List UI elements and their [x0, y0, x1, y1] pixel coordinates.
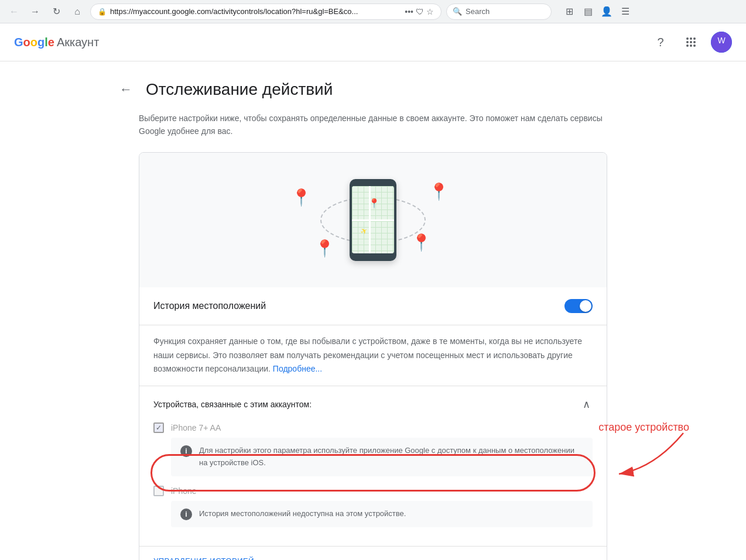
- lock-icon: 🔒: [98, 8, 107, 16]
- svg-point-2: [693, 37, 696, 40]
- more-link[interactable]: Подробнее...: [273, 364, 322, 373]
- devices-title: Устройства, связанные с этим аккаунтом:: [153, 400, 312, 409]
- phone-screen: 📍 ✈: [352, 186, 394, 253]
- device-checkbox-1[interactable]: [153, 422, 164, 433]
- toggle-switch[interactable]: [564, 299, 593, 313]
- google-g-letter: Google: [14, 36, 54, 49]
- info-text-2: История местоположений недоступна на это…: [199, 508, 406, 520]
- svg-point-5: [693, 41, 696, 43]
- info-box-1: i Для настройки этого параметра использу…: [171, 438, 593, 476]
- description-text: Функция сохраняет данные о том, где вы п…: [139, 325, 607, 386]
- address-bar-icons: ••• 🛡 ☆: [405, 7, 434, 16]
- page-wrapper: Google Аккаунт ? W ←: [0, 23, 746, 560]
- device-row-2: iPhone: [153, 486, 593, 496]
- phone-road-horizontal: [352, 219, 394, 221]
- svg-text:W: W: [717, 36, 726, 45]
- google-logo: Google Аккаунт: [14, 36, 99, 49]
- illustration-area: 📍 📍 📍 📍 📍: [139, 153, 607, 287]
- device-item-2: iPhone i История местоположений недоступ…: [153, 486, 593, 527]
- location-history-title: История местоположений: [153, 301, 266, 311]
- main-content: ← Отслеживание действий Выберите настрой…: [92, 61, 654, 560]
- main-card: 📍 📍 📍 📍 📍: [139, 152, 607, 560]
- svg-point-1: [690, 37, 692, 40]
- card-wrapper: 📍 📍 📍 📍 📍: [139, 152, 607, 560]
- help-button[interactable]: ?: [650, 32, 671, 53]
- phone-location-pin: 📍: [368, 198, 380, 209]
- profile-button[interactable]: 👤: [598, 4, 615, 20]
- phone-illustration: 📍 ✈: [350, 179, 396, 261]
- annotation-arrow: [596, 410, 713, 492]
- menu-button[interactable]: ☰: [617, 4, 634, 20]
- browser-chrome: ← → ↻ ⌂ 🔒 https://myaccount.google.com/a…: [0, 0, 746, 23]
- device-name-2: iPhone: [171, 486, 197, 496]
- annotation-label: старое устройство: [598, 421, 689, 434]
- info-text-1: Для настройки этого параметра используйт…: [199, 445, 583, 469]
- browser-right-icons: ⊞ ▤ 👤 ☰: [561, 4, 634, 20]
- svg-point-7: [690, 44, 692, 47]
- phone-container: 📍 📍 📍 📍 📍: [279, 170, 467, 270]
- manage-history-link[interactable]: УПРАВЛЕНИЕ ИСТОРИЕЙ: [153, 556, 254, 560]
- url-text: https://myaccount.google.com/activitycon…: [110, 7, 401, 16]
- devices-section: Устройства, связанные с этим аккаунтом: …: [139, 386, 607, 546]
- search-bar[interactable]: 🔍 Search: [446, 4, 552, 20]
- svg-point-6: [686, 44, 689, 47]
- logo-account-text: Аккаунт: [57, 36, 99, 49]
- info-icon-2: i: [180, 509, 192, 520]
- location-history-section: История местоположений: [139, 287, 607, 325]
- svg-point-4: [690, 41, 692, 43]
- back-nav-button[interactable]: ←: [6, 4, 22, 20]
- phone-road-vertical: [369, 186, 371, 253]
- svg-point-3: [686, 41, 689, 43]
- map-pin-1: 📍: [291, 188, 312, 207]
- page-header: Google Аккаунт ? W: [0, 23, 746, 61]
- devices-collapse-button[interactable]: ∧: [580, 396, 593, 413]
- svg-point-8: [693, 44, 696, 47]
- devices-header: Устройства, связанные с этим аккаунтом: …: [153, 396, 593, 413]
- header-icons: ? W: [650, 32, 732, 53]
- toggle-row: История местоположений: [153, 299, 593, 313]
- star-icon: ☆: [426, 7, 434, 16]
- manage-history-section: УПРАВЛЕНИЕ ИСТОРИЕЙ: [139, 546, 607, 560]
- info-box-2: i История местоположений недоступна на э…: [171, 501, 593, 527]
- home-button[interactable]: ⌂: [69, 4, 85, 20]
- page-description: Выберите настройки ниже, чтобы сохранять…: [92, 112, 654, 138]
- search-placeholder: Search: [466, 7, 490, 16]
- map-pin-4: 📍: [411, 233, 432, 252]
- more-icon: •••: [405, 7, 413, 16]
- page-title-row: ← Отслеживание действий: [92, 79, 654, 100]
- search-icon: 🔍: [453, 7, 462, 16]
- device-row-1: iPhone 7+ AA: [153, 422, 593, 433]
- reading-list-button[interactable]: ⊞: [561, 4, 577, 20]
- info-icon-1: i: [180, 445, 192, 457]
- device-checkbox-2[interactable]: [153, 486, 164, 496]
- reload-button[interactable]: ↻: [48, 4, 64, 20]
- apps-button[interactable]: [680, 32, 701, 53]
- map-pin-2: 📍: [314, 239, 335, 258]
- forward-nav-button[interactable]: →: [27, 4, 43, 20]
- back-button[interactable]: ←: [115, 79, 136, 100]
- avatar[interactable]: W: [711, 32, 732, 53]
- device-name-1: iPhone 7+ AA: [171, 423, 221, 432]
- page-title: Отслеживание действий: [146, 80, 333, 99]
- svg-point-0: [686, 37, 689, 40]
- bookmark-icon: 🛡: [416, 7, 424, 16]
- map-pin-3: 📍: [429, 182, 449, 201]
- sidebar-button[interactable]: ▤: [580, 4, 596, 20]
- toggle-thumb: [580, 300, 591, 312]
- description-main-text: Функция сохраняет данные о том, где вы п…: [153, 336, 582, 374]
- address-bar[interactable]: 🔒 https://myaccount.google.com/activityc…: [90, 4, 442, 20]
- device-item-1: iPhone 7+ AA i Для настройки этого парам…: [153, 422, 593, 476]
